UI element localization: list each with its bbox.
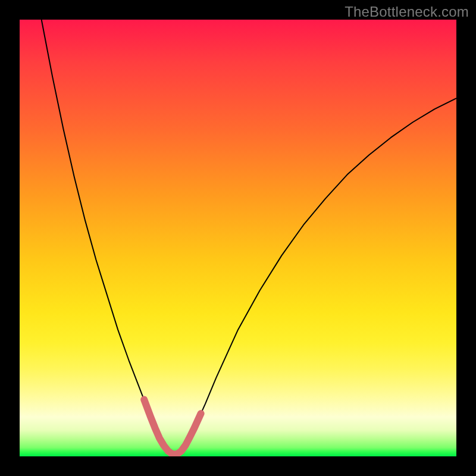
watermark-text: TheBottleneck.com bbox=[345, 4, 469, 20]
series-optimal-band-marker bbox=[144, 400, 201, 455]
series-group bbox=[42, 20, 456, 454]
chart-plot-area bbox=[20, 20, 456, 456]
chart-frame: TheBottleneck.com bbox=[0, 0, 476, 476]
series-bottleneck-curve bbox=[42, 20, 456, 454]
chart-svg bbox=[20, 20, 456, 456]
